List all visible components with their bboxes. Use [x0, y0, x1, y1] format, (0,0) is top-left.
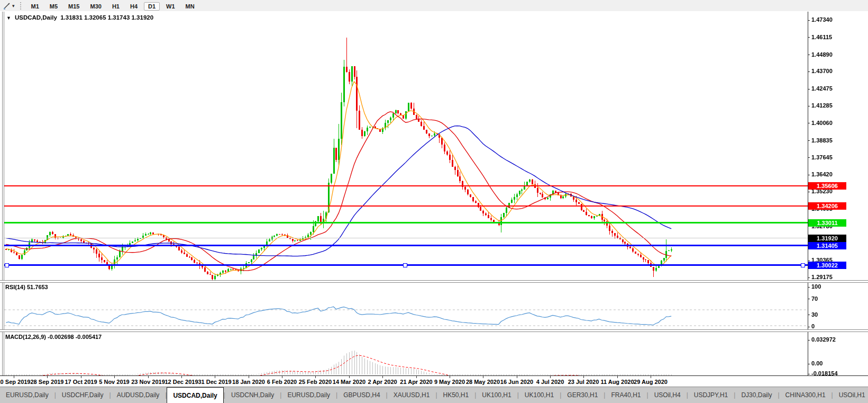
date-tick	[315, 376, 316, 378]
tab-usdcnh-daily[interactable]: USDCNH,Daily	[225, 387, 280, 403]
tab-eurusd-daily[interactable]: EURUSD,Daily	[281, 387, 336, 403]
date-label: 10 Sep 2019	[0, 379, 31, 385]
timeframe-toolbar: ▾ M1M5M15M30H1H4D1W1MN	[0, 0, 868, 12]
macd-name: MACD(12,26,9)	[5, 334, 46, 340]
timeframe-button-h4[interactable]: H4	[126, 2, 142, 11]
date-tick	[282, 376, 282, 378]
date-label: 28 May 2020	[466, 379, 500, 385]
tab-fra40-h1[interactable]: FRA40,H1	[605, 387, 646, 403]
collapse-triangle-icon[interactable]: ▼	[6, 15, 11, 21]
macd-scale-tick: 0.00	[808, 360, 823, 367]
date-tick	[583, 376, 584, 378]
rsi-scale-tick: 30	[808, 311, 818, 318]
tab-dj30-daily[interactable]: DJ30,Daily	[735, 387, 778, 403]
hline-handle-left[interactable]	[5, 263, 9, 267]
ohlc-values: 1.31831 1.32065 1.31743 1.31920	[60, 14, 153, 21]
tab-usdchf-daily[interactable]: USDCHF,Daily	[56, 387, 109, 403]
date-label: 4 Jul 2020	[536, 379, 564, 385]
rsi-splitter[interactable]	[0, 280, 868, 283]
date-axis[interactable]: 10 Sep 201928 Sep 201917 Oct 20195 Nov 2…	[0, 376, 868, 387]
hline-handle-right[interactable]	[801, 263, 805, 267]
timeframe-button-w1[interactable]: W1	[162, 2, 179, 11]
date-label: 23 Nov 2019	[131, 379, 165, 385]
timeframe-button-m15[interactable]: M15	[64, 2, 84, 11]
tab-china300-h1[interactable]: CHINA300,H1	[780, 387, 832, 403]
date-tick	[617, 376, 618, 378]
chart-title: ▼USDCAD,Daily 1.31831 1.32065 1.31743 1.…	[6, 14, 153, 21]
tick-dash	[808, 140, 810, 141]
date-label: 29 Aug 2020	[634, 379, 668, 385]
price-tick: 1.41285	[808, 102, 833, 109]
date-label: 17 Oct 2019	[65, 379, 97, 385]
tab-gbpusd-h4[interactable]: GBPUSD,H4	[337, 387, 386, 403]
tick-dash	[808, 299, 810, 299]
timeframe-button-m30[interactable]: M30	[86, 2, 106, 11]
tick-dash	[808, 37, 810, 38]
hline-1.34206[interactable]	[4, 205, 808, 207]
date-tick	[249, 376, 249, 378]
tab-uk100-h1[interactable]: UK100,H1	[476, 387, 517, 403]
date-tick	[114, 376, 115, 378]
hline-1.31405[interactable]	[4, 245, 808, 246]
tab-uk100-h1[interactable]: UK100,H1	[519, 387, 560, 403]
tick-dash	[808, 315, 810, 315]
date-label: 6 Feb 2020	[267, 379, 297, 385]
current-price-line[interactable]	[4, 238, 808, 238]
tab-usoil-h4[interactable]: USOil,H4	[648, 387, 687, 403]
date-label: 2 Apr 2020	[368, 379, 397, 385]
hline-handle-center[interactable]	[403, 263, 407, 267]
tab-usdjpy-h1[interactable]: USDJPY,H1	[688, 387, 734, 403]
timeframe-button-m1[interactable]: M1	[27, 2, 43, 11]
tab-eurusd-daily[interactable]: EURUSD,Daily	[0, 387, 54, 403]
tick-dash	[808, 287, 810, 288]
tick-dash	[808, 55, 810, 55]
tick-dash	[808, 277, 810, 278]
tabs: EURUSD,Daily|USDCHF,Daily|AUDUSD,Daily|U…	[0, 387, 868, 403]
macd-label: MACD(12,26,9) -0.002698 -0.005417	[5, 334, 102, 340]
timeframe-button-m5[interactable]: M5	[45, 2, 62, 11]
hline-1.33011[interactable]	[4, 222, 808, 223]
tick-dash	[808, 123, 810, 123]
rsi-name: RSI(14)	[5, 284, 25, 290]
timeframe-button-d1[interactable]: D1	[144, 2, 160, 11]
date-tick	[81, 376, 81, 378]
date-label: 31 Dec 2019	[198, 379, 232, 385]
date-label: 28 Sep 2019	[31, 379, 64, 385]
mt4-window: ▾ M1M5M15M30H1H4D1W1MN ▼USDCAD,Daily 1.3…	[0, 0, 868, 403]
timeframe-buttons: M1M5M15M30H1H4D1W1MN	[26, 1, 200, 11]
date-label: 9 May 2020	[434, 379, 465, 385]
macd-splitter[interactable]	[0, 329, 868, 332]
date-tick	[450, 376, 450, 378]
rsi-scale-tick: 0	[808, 323, 815, 330]
candlestick-chart-canvas[interactable]	[0, 11, 868, 403]
line-studies-icon[interactable]	[2, 2, 12, 10]
toolbar-grip[interactable]	[20, 2, 21, 10]
dropdown-caret-icon[interactable]: ▾	[12, 2, 15, 10]
tab-xauusd-h1[interactable]: XAUUSD,H1	[388, 387, 436, 403]
date-label: 18 Jan 2020	[232, 379, 265, 385]
date-label: 12 Dec 2019	[165, 379, 198, 385]
tab-hk50-h1[interactable]: HK50,H1	[437, 387, 475, 403]
tick-dash	[808, 374, 810, 374]
tab-audusd-daily[interactable]: AUDUSD,Daily	[111, 387, 166, 403]
price-tick: 1.42475	[808, 85, 833, 92]
price-tick: 1.44890	[808, 51, 833, 58]
tab-ger30-h1[interactable]: GER30,H1	[561, 387, 604, 403]
date-tick	[416, 376, 417, 378]
rsi-scale-tick: 100	[808, 283, 821, 290]
timeframe-button-mn[interactable]: MN	[181, 2, 199, 11]
price-tick: 1.43700	[808, 68, 833, 75]
price-badge-1.34206: 1.34206	[808, 202, 846, 210]
date-tick	[382, 376, 383, 378]
date-tick	[651, 376, 651, 378]
tab-usdcad-daily[interactable]: USDCAD,Daily	[167, 387, 223, 403]
rsi-scale-tick: 70	[808, 295, 818, 302]
date-tick	[483, 376, 483, 378]
hline-1.35606[interactable]	[4, 185, 808, 186]
timeframe-button-h1[interactable]: H1	[108, 2, 124, 11]
tick-dash	[808, 327, 810, 327]
tick-dash	[808, 364, 810, 364]
tab-usoil-h1[interactable]: USOil,H1	[833, 387, 868, 403]
price-badge-1.35606: 1.35606	[808, 182, 846, 190]
tick-dash	[808, 71, 810, 72]
